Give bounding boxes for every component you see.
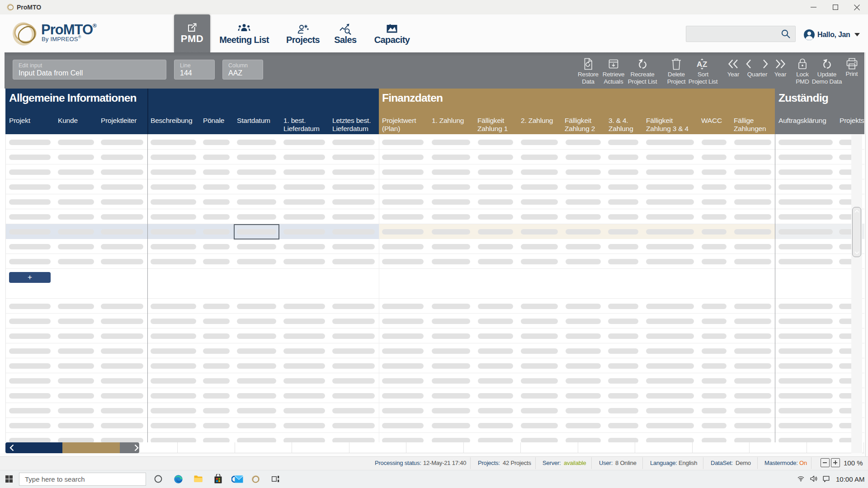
svg-text:A: A <box>697 60 702 69</box>
svg-text:Z: Z <box>703 60 707 69</box>
